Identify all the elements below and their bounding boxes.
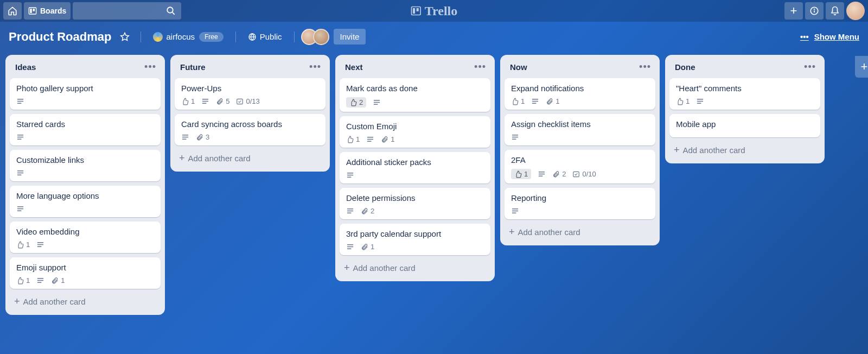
card-badges (16, 97, 154, 105)
search-input[interactable] (73, 2, 181, 20)
star-board-button[interactable] (116, 28, 134, 46)
visibility-button[interactable]: Public (242, 28, 288, 46)
board-title[interactable]: Product Roadmap (9, 30, 111, 44)
card-badges (16, 205, 154, 213)
badge-check: 0/13 (236, 97, 259, 105)
card-badges (511, 133, 649, 141)
vote-icon (16, 277, 24, 285)
card-badges: 11 (346, 135, 484, 143)
vote-icon (676, 98, 684, 105)
card[interactable]: Expand notifications11 (505, 78, 655, 110)
badge-value: 1 (371, 243, 374, 251)
list-menu-button[interactable]: ••• (804, 61, 816, 73)
card[interactable]: Video embedding1 (10, 222, 161, 253)
add-list-button[interactable]: + (855, 56, 868, 78)
card[interactable]: Additional sticker packs (340, 152, 490, 184)
list-menu-button[interactable]: ••• (474, 61, 486, 73)
list-menu-button[interactable]: ••• (309, 61, 321, 73)
badge-check: 0/10 (572, 170, 596, 178)
add-card-button[interactable]: +Add another card (340, 260, 490, 276)
list-title[interactable]: Done (675, 62, 695, 72)
notifications-button[interactable] (826, 2, 844, 20)
card-badges: 150/13 (181, 97, 319, 105)
card[interactable]: Power-Ups150/13 (175, 78, 326, 110)
card-badges (16, 133, 154, 141)
card[interactable]: Customizable links (10, 150, 161, 181)
member-avatar[interactable] (313, 29, 329, 45)
badge-desc (201, 97, 209, 105)
list-title[interactable]: Next (345, 62, 363, 72)
attach-icon (216, 98, 224, 105)
home-button[interactable] (3, 2, 22, 20)
vote-icon (511, 98, 519, 105)
card[interactable]: Mobile app (669, 114, 820, 137)
attach-icon (361, 243, 368, 251)
badge-vote: 1 (676, 97, 690, 105)
card[interactable]: Mark cards as done2 (340, 78, 490, 112)
add-card-button[interactable]: +Add another card (175, 150, 326, 166)
user-avatar[interactable] (846, 2, 865, 20)
add-card-button[interactable]: +Add another card (505, 224, 655, 240)
card[interactable]: Emoji support11 (10, 257, 161, 289)
list: Ideas•••Photo gallery supportStarred car… (5, 55, 165, 315)
card-title: Assign checklist items (511, 119, 649, 129)
card-badges: 11 (16, 276, 154, 285)
card[interactable]: Card syncing across boards3 (175, 114, 326, 146)
info-button[interactable] (805, 2, 824, 20)
separator (235, 31, 236, 42)
card-title: Starred cards (16, 119, 154, 129)
team-icon (153, 32, 163, 42)
card[interactable]: 3rd party calendar support1 (340, 224, 490, 255)
star-icon (120, 32, 130, 42)
card[interactable]: Starred cards (10, 114, 161, 146)
add-card-button[interactable]: +Add another card (10, 293, 161, 309)
badge-desc (531, 97, 539, 105)
check-icon (572, 170, 580, 178)
card-badges: 2 (346, 97, 484, 108)
bell-icon (830, 6, 840, 16)
desc-icon (373, 98, 381, 106)
svg-rect-6 (417, 8, 419, 11)
board-canvas: Ideas•••Photo gallery supportStarred car… (0, 52, 868, 354)
app-logo: Trello (411, 4, 457, 18)
card-title: Power-Ups (181, 84, 319, 93)
board-members[interactable] (301, 29, 329, 45)
add-card-label: Add another card (188, 154, 251, 163)
badge-attach: 2 (552, 170, 566, 178)
badge-desc (696, 97, 704, 105)
desc-icon (538, 170, 546, 178)
show-menu-button[interactable]: ••• Show Menu (800, 32, 859, 41)
card[interactable]: 2FA120/10 (505, 150, 655, 184)
list-menu-button[interactable]: ••• (144, 61, 156, 73)
list-title[interactable]: Future (180, 62, 206, 72)
topbar: Boards Trello + (0, 0, 868, 22)
badge-desc (511, 133, 519, 141)
card[interactable]: More language options (10, 186, 161, 217)
add-card-button[interactable]: +Add another card (669, 142, 820, 158)
badge-desc (36, 276, 44, 285)
list-menu-button[interactable]: ••• (639, 61, 651, 73)
card[interactable]: Delete permissions2 (340, 188, 490, 219)
card-title: Video embedding (16, 227, 154, 236)
invite-button[interactable]: Invite (334, 29, 366, 45)
desc-icon (16, 97, 24, 105)
card[interactable]: "Heart" comments1 (669, 78, 820, 110)
badge-desc (346, 171, 354, 179)
list-header: Ideas••• (10, 60, 161, 74)
boards-button[interactable]: Boards (24, 2, 71, 20)
team-button[interactable]: airfocus Free (148, 28, 228, 46)
card-title: Photo gallery support (16, 84, 154, 93)
list-title[interactable]: Now (510, 62, 527, 72)
card[interactable]: Photo gallery support (10, 78, 161, 110)
card[interactable]: Reporting (505, 188, 655, 219)
list-header: Future••• (175, 60, 326, 74)
vote-icon (514, 170, 522, 178)
card[interactable]: Assign checklist items (505, 114, 655, 146)
card-badges (511, 207, 649, 215)
card[interactable]: Custom Emoji11 (340, 116, 490, 148)
create-button[interactable]: + (784, 2, 803, 20)
card-badges: 1 (16, 241, 154, 249)
desc-icon (16, 205, 24, 213)
list-title[interactable]: Ideas (15, 62, 36, 72)
card-title: Emoji support (16, 263, 154, 272)
